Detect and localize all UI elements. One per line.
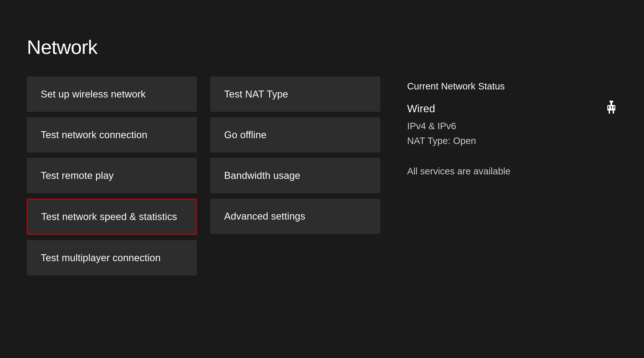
status-nat-type: NAT Type: Open	[407, 135, 617, 146]
menu-item-setup-wireless[interactable]: Set up wireless network	[27, 76, 197, 112]
menu-item-go-offline[interactable]: Go offline	[210, 117, 380, 152]
middle-column: Test NAT Type Go offline Bandwidth usage…	[210, 76, 380, 322]
ethernet-icon	[606, 101, 617, 116]
menu-item-test-network-connection[interactable]: Test network connection	[27, 117, 197, 152]
menu-item-test-nat-type[interactable]: Test NAT Type	[210, 76, 380, 112]
svg-rect-6	[611, 106, 612, 109]
page-container: Network Set up wireless network Test net…	[0, 0, 644, 358]
status-ip-version: IPv4 & IPv6	[407, 121, 617, 131]
status-connection-type: Wired	[407, 101, 617, 116]
status-services: All services are available	[407, 166, 617, 177]
menu-item-test-remote-play[interactable]: Test remote play	[27, 158, 197, 193]
page-title: Network	[27, 36, 617, 59]
svg-rect-4	[613, 110, 614, 114]
menu-item-advanced-settings[interactable]: Advanced settings	[210, 199, 380, 234]
svg-rect-1	[610, 102, 612, 105]
status-panel-title: Current Network Status	[407, 81, 617, 92]
menu-item-test-network-speed[interactable]: Test network speed & statistics	[27, 199, 197, 235]
svg-rect-7	[614, 106, 614, 109]
svg-rect-3	[609, 110, 610, 114]
svg-rect-5	[608, 106, 609, 109]
menu-item-bandwidth-usage[interactable]: Bandwidth usage	[210, 158, 380, 193]
status-panel: Current Network Status Wired	[394, 76, 617, 322]
left-column: Set up wireless network Test network con…	[27, 76, 197, 322]
menu-item-test-multiplayer[interactable]: Test multiplayer connection	[27, 240, 197, 276]
svg-rect-0	[610, 101, 613, 102]
content-area: Set up wireless network Test network con…	[27, 76, 617, 322]
status-divider	[407, 150, 617, 157]
